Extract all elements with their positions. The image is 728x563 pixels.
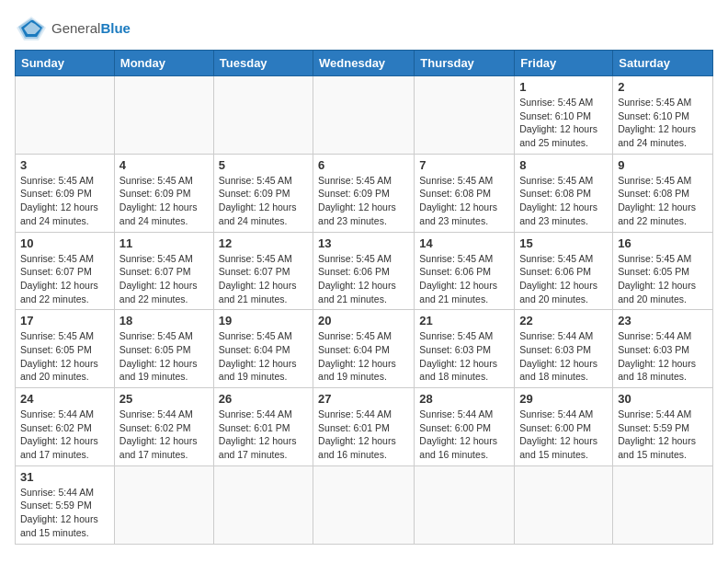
- day-info: Sunrise: 5:44 AM Sunset: 5:59 PM Dayligh…: [618, 408, 708, 462]
- day-number: 25: [119, 392, 209, 406]
- header-thursday: Thursday: [415, 51, 515, 76]
- calendar-day-cell: 28Sunrise: 5:44 AM Sunset: 6:00 PM Dayli…: [415, 388, 515, 466]
- calendar-table: SundayMondayTuesdayWednesdayThursdayFrid…: [15, 50, 713, 545]
- day-number: 10: [20, 236, 109, 250]
- calendar-day-cell: [313, 76, 415, 155]
- day-info: Sunrise: 5:45 AM Sunset: 6:05 PM Dayligh…: [618, 252, 708, 306]
- day-info: Sunrise: 5:45 AM Sunset: 6:09 PM Dayligh…: [20, 174, 109, 228]
- day-info: Sunrise: 5:45 AM Sunset: 6:08 PM Dayligh…: [519, 174, 608, 228]
- calendar-day-cell: 23Sunrise: 5:44 AM Sunset: 6:03 PM Dayli…: [613, 310, 713, 388]
- day-number: 2: [618, 80, 708, 94]
- day-info: Sunrise: 5:45 AM Sunset: 6:07 PM Dayligh…: [219, 252, 308, 306]
- day-info: Sunrise: 5:44 AM Sunset: 6:02 PM Dayligh…: [119, 408, 209, 462]
- day-number: 8: [519, 158, 608, 172]
- calendar-day-cell: [213, 465, 313, 544]
- day-number: 28: [419, 392, 509, 406]
- calendar-week-row: 3Sunrise: 5:45 AM Sunset: 6:09 PM Daylig…: [16, 154, 713, 232]
- logo-icon: [15, 15, 48, 42]
- calendar-day-cell: 15Sunrise: 5:45 AM Sunset: 6:06 PM Dayli…: [515, 232, 613, 310]
- day-info: Sunrise: 5:45 AM Sunset: 6:06 PM Dayligh…: [318, 252, 409, 306]
- calendar-day-cell: [114, 465, 213, 544]
- calendar-day-cell: 16Sunrise: 5:45 AM Sunset: 6:05 PM Dayli…: [613, 232, 713, 310]
- day-number: 6: [318, 158, 409, 172]
- day-info: Sunrise: 5:44 AM Sunset: 6:01 PM Dayligh…: [219, 408, 308, 462]
- calendar-day-cell: 6Sunrise: 5:45 AM Sunset: 6:09 PM Daylig…: [313, 154, 415, 232]
- calendar-day-cell: 9Sunrise: 5:45 AM Sunset: 6:08 PM Daylig…: [613, 154, 713, 232]
- day-number: 23: [618, 314, 708, 327]
- calendar-day-cell: [313, 465, 415, 544]
- day-number: 18: [119, 314, 209, 327]
- calendar-day-cell: 29Sunrise: 5:44 AM Sunset: 6:00 PM Dayli…: [515, 388, 613, 466]
- calendar-day-cell: 24Sunrise: 5:44 AM Sunset: 6:02 PM Dayli…: [16, 388, 115, 466]
- calendar-day-cell: 20Sunrise: 5:45 AM Sunset: 6:04 PM Dayli…: [313, 310, 415, 388]
- day-number: 31: [20, 470, 109, 484]
- day-info: Sunrise: 5:45 AM Sunset: 6:08 PM Dayligh…: [419, 174, 509, 228]
- day-number: 4: [119, 158, 209, 172]
- calendar-day-cell: 14Sunrise: 5:45 AM Sunset: 6:06 PM Dayli…: [415, 232, 515, 310]
- day-info: Sunrise: 5:44 AM Sunset: 6:03 PM Dayligh…: [618, 329, 708, 384]
- day-info: Sunrise: 5:45 AM Sunset: 6:04 PM Dayligh…: [318, 329, 409, 384]
- logo-general: GeneralBlue: [51, 20, 131, 37]
- calendar-week-row: 10Sunrise: 5:45 AM Sunset: 6:07 PM Dayli…: [16, 232, 713, 310]
- header-saturday: Saturday: [613, 51, 713, 76]
- day-number: 3: [20, 158, 109, 172]
- day-number: 27: [318, 392, 409, 406]
- calendar-day-cell: 22Sunrise: 5:44 AM Sunset: 6:03 PM Dayli…: [515, 310, 613, 388]
- calendar-day-cell: 4Sunrise: 5:45 AM Sunset: 6:09 PM Daylig…: [114, 154, 213, 232]
- header-sunday: Sunday: [16, 51, 115, 76]
- day-number: 14: [419, 236, 509, 250]
- day-info: Sunrise: 5:44 AM Sunset: 6:00 PM Dayligh…: [419, 408, 509, 462]
- calendar-week-row: 31Sunrise: 5:44 AM Sunset: 5:59 PM Dayli…: [16, 465, 713, 544]
- day-number: 26: [219, 392, 308, 406]
- day-number: 20: [318, 314, 409, 327]
- day-number: 11: [119, 236, 209, 250]
- calendar-day-cell: 3Sunrise: 5:45 AM Sunset: 6:09 PM Daylig…: [16, 154, 115, 232]
- calendar-day-cell: 1Sunrise: 5:45 AM Sunset: 6:10 PM Daylig…: [515, 76, 613, 155]
- header-wednesday: Wednesday: [313, 51, 415, 76]
- day-info: Sunrise: 5:45 AM Sunset: 6:10 PM Dayligh…: [618, 96, 708, 150]
- calendar-day-cell: [16, 76, 115, 155]
- day-number: 24: [20, 392, 109, 406]
- calendar-day-cell: 2Sunrise: 5:45 AM Sunset: 6:10 PM Daylig…: [613, 76, 713, 155]
- day-info: Sunrise: 5:45 AM Sunset: 6:09 PM Dayligh…: [318, 174, 409, 228]
- calendar-day-cell: 31Sunrise: 5:44 AM Sunset: 5:59 PM Dayli…: [16, 465, 115, 544]
- day-info: Sunrise: 5:45 AM Sunset: 6:09 PM Dayligh…: [219, 174, 308, 228]
- day-number: 17: [20, 314, 109, 327]
- day-number: 15: [519, 236, 608, 250]
- calendar-day-cell: 8Sunrise: 5:45 AM Sunset: 6:08 PM Daylig…: [515, 154, 613, 232]
- day-number: 19: [219, 314, 308, 327]
- calendar-day-cell: 17Sunrise: 5:45 AM Sunset: 6:05 PM Dayli…: [16, 310, 115, 388]
- day-info: Sunrise: 5:45 AM Sunset: 6:05 PM Dayligh…: [119, 329, 209, 384]
- day-info: Sunrise: 5:45 AM Sunset: 6:07 PM Dayligh…: [20, 252, 109, 306]
- day-info: Sunrise: 5:44 AM Sunset: 6:03 PM Dayligh…: [519, 329, 608, 384]
- header-friday: Friday: [515, 51, 613, 76]
- calendar-day-cell: [415, 465, 515, 544]
- day-number: 13: [318, 236, 409, 250]
- calendar-day-cell: [515, 465, 613, 544]
- calendar-day-cell: 11Sunrise: 5:45 AM Sunset: 6:07 PM Dayli…: [114, 232, 213, 310]
- calendar-day-cell: 25Sunrise: 5:44 AM Sunset: 6:02 PM Dayli…: [114, 388, 213, 466]
- day-info: Sunrise: 5:44 AM Sunset: 6:00 PM Dayligh…: [519, 408, 608, 462]
- day-number: 1: [519, 80, 608, 94]
- day-info: Sunrise: 5:45 AM Sunset: 6:06 PM Dayligh…: [419, 252, 509, 306]
- day-number: 29: [519, 392, 608, 406]
- day-info: Sunrise: 5:45 AM Sunset: 6:07 PM Dayligh…: [119, 252, 209, 306]
- day-info: Sunrise: 5:45 AM Sunset: 6:03 PM Dayligh…: [419, 329, 509, 384]
- day-number: 9: [618, 158, 708, 172]
- calendar-week-row: 24Sunrise: 5:44 AM Sunset: 6:02 PM Dayli…: [16, 388, 713, 466]
- day-info: Sunrise: 5:44 AM Sunset: 5:59 PM Dayligh…: [20, 486, 109, 540]
- day-info: Sunrise: 5:45 AM Sunset: 6:09 PM Dayligh…: [119, 174, 209, 228]
- day-number: 30: [618, 392, 708, 406]
- calendar-day-cell: 18Sunrise: 5:45 AM Sunset: 6:05 PM Dayli…: [114, 310, 213, 388]
- calendar-day-cell: 26Sunrise: 5:44 AM Sunset: 6:01 PM Dayli…: [213, 388, 313, 466]
- day-number: 22: [519, 314, 608, 327]
- day-info: Sunrise: 5:45 AM Sunset: 6:10 PM Dayligh…: [519, 96, 608, 150]
- calendar-day-cell: [213, 76, 313, 155]
- day-info: Sunrise: 5:45 AM Sunset: 6:08 PM Dayligh…: [618, 174, 708, 228]
- header-monday: Monday: [114, 51, 213, 76]
- day-number: 21: [419, 314, 509, 327]
- day-number: 12: [219, 236, 308, 250]
- calendar-day-cell: 5Sunrise: 5:45 AM Sunset: 6:09 PM Daylig…: [213, 154, 313, 232]
- calendar-day-cell: 19Sunrise: 5:45 AM Sunset: 6:04 PM Dayli…: [213, 310, 313, 388]
- day-number: 5: [219, 158, 308, 172]
